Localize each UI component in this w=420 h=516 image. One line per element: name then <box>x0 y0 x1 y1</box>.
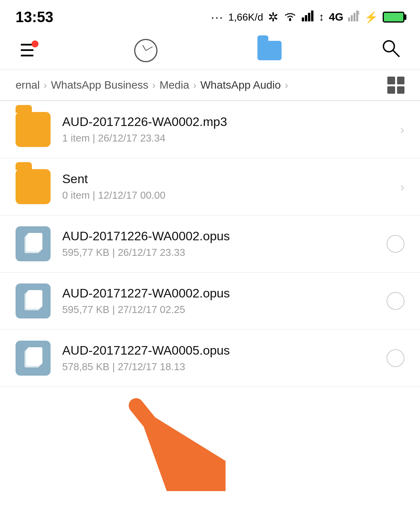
folder-icon <box>257 41 282 60</box>
file-name-sent: Sent <box>62 172 388 186</box>
chevron-icon-sent: › <box>400 180 404 194</box>
folder-icon-sent <box>16 169 51 204</box>
file-meta-opus2: 595,77 KB | 27/12/17 02.25 <box>62 304 375 316</box>
breadcrumb-sep-4: › <box>285 79 288 91</box>
signal-icon <box>302 10 314 24</box>
file-info-opus3: AUD-20171227-WA0005.opus 578,85 KB | 27/… <box>62 343 375 373</box>
menu-button-container[interactable]: ☰ <box>19 42 35 59</box>
doc-pages-opus3 <box>24 348 42 368</box>
wifi-icon <box>283 10 297 24</box>
search-icon <box>381 38 401 58</box>
file-meta-opus3: 578,85 KB | 27/12/17 18.13 <box>62 361 375 373</box>
file-name-opus1: AUD-20171226-WA0002.opus <box>62 229 375 243</box>
svg-rect-5 <box>348 17 350 21</box>
svg-point-0 <box>289 19 291 21</box>
breadcrumb-sep-1: › <box>44 79 47 91</box>
chevron-icon-mp3: › <box>400 122 404 137</box>
svg-rect-1 <box>302 17 304 21</box>
doc-pages-opus1 <box>24 234 42 254</box>
data-arrows-icon: ↕ <box>319 11 324 23</box>
ellipsis-icon: ··· <box>211 10 224 24</box>
file-name-mp3: AUD-20171226-WA0002.mp3 <box>62 115 388 129</box>
breadcrumb-whatsapp-business[interactable]: WhatsApp Business <box>51 79 149 91</box>
arrow-annotation <box>101 382 226 493</box>
file-item-folder-mp3[interactable]: AUD-20171226-WA0002.mp3 1 item | 26/12/1… <box>0 101 420 158</box>
bluetooth-icon: ✲ <box>268 10 278 24</box>
folder-icon-mp3 <box>16 112 51 147</box>
history-button[interactable] <box>134 39 158 62</box>
status-bar: 13:53 ··· 1,66K/d ✲ ↕ 4G <box>0 0 420 31</box>
doc-icon-opus3 <box>16 341 51 376</box>
svg-line-12 <box>393 50 399 56</box>
file-meta-opus1: 595,77 KB | 26/12/17 23.33 <box>62 247 375 259</box>
file-name-opus2: AUD-20171227-WA0002.opus <box>62 286 375 301</box>
file-info-opus2: AUD-20171227-WA0002.opus 595,77 KB | 27/… <box>62 286 375 316</box>
file-name-opus3: AUD-20171227-WA0005.opus <box>62 343 375 358</box>
doc-icon-opus2 <box>16 283 51 318</box>
breadcrumb-sep-3: › <box>193 79 196 91</box>
arrow-svg <box>101 382 226 491</box>
signal-x-icon <box>348 10 360 24</box>
radio-opus3[interactable] <box>387 349 404 367</box>
breadcrumb-media[interactable]: Media <box>159 79 189 91</box>
radio-opus1[interactable] <box>387 235 404 253</box>
toolbar: ☰ <box>0 31 420 70</box>
data-speed: 1,66K/d <box>228 11 263 23</box>
svg-rect-7 <box>354 13 355 21</box>
clock-icon <box>134 39 158 62</box>
file-list: AUD-20171226-WA0002.mp3 1 item | 26/12/1… <box>0 101 420 387</box>
svg-rect-2 <box>305 15 307 21</box>
file-info-opus1: AUD-20171226-WA0002.opus 595,77 KB | 26/… <box>62 229 375 259</box>
folder-button[interactable] <box>257 41 282 60</box>
charge-icon: ⚡ <box>364 11 378 24</box>
file-info-mp3: AUD-20171226-WA0002.mp3 1 item | 26/12/1… <box>62 115 388 144</box>
radio-opus2[interactable] <box>387 292 404 310</box>
file-item-folder-sent[interactable]: Sent 0 item | 12/12/17 00.00 › <box>0 158 420 215</box>
doc-icon-opus1 <box>16 226 51 261</box>
status-icons: ··· 1,66K/d ✲ ↕ 4G <box>211 10 404 24</box>
file-item-opus3[interactable]: AUD-20171227-WA0005.opus 578,85 KB | 27/… <box>0 330 420 387</box>
breadcrumb-bar: ernal › WhatsApp Business › Media › What… <box>0 70 420 101</box>
doc-pages-opus2 <box>24 291 42 311</box>
breadcrumb-whatsapp-audio[interactable]: WhatsApp Audio <box>200 79 281 91</box>
file-meta-sent: 0 item | 12/12/17 00.00 <box>62 189 388 201</box>
svg-rect-3 <box>308 13 310 21</box>
search-button[interactable] <box>381 38 401 62</box>
file-item-opus2[interactable]: AUD-20171227-WA0002.opus 595,77 KB | 27/… <box>0 273 420 330</box>
breadcrumb-sep-2: › <box>152 79 156 91</box>
svg-rect-6 <box>351 15 353 21</box>
file-item-opus1[interactable]: AUD-20171226-WA0002.opus 595,77 KB | 26/… <box>0 215 420 273</box>
grid-view-button[interactable] <box>387 77 404 94</box>
file-info-sent: Sent 0 item | 12/12/17 00.00 <box>62 172 388 201</box>
svg-rect-4 <box>311 10 313 21</box>
battery-icon <box>383 12 404 23</box>
status-time: 13:53 <box>16 9 53 26</box>
breadcrumb-ernal[interactable]: ernal <box>16 79 40 91</box>
file-meta-mp3: 1 item | 26/12/17 23.34 <box>62 132 388 144</box>
notification-dot <box>32 40 38 47</box>
network-type: 4G <box>329 11 343 23</box>
breadcrumb: ernal › WhatsApp Business › Media › What… <box>16 79 292 91</box>
